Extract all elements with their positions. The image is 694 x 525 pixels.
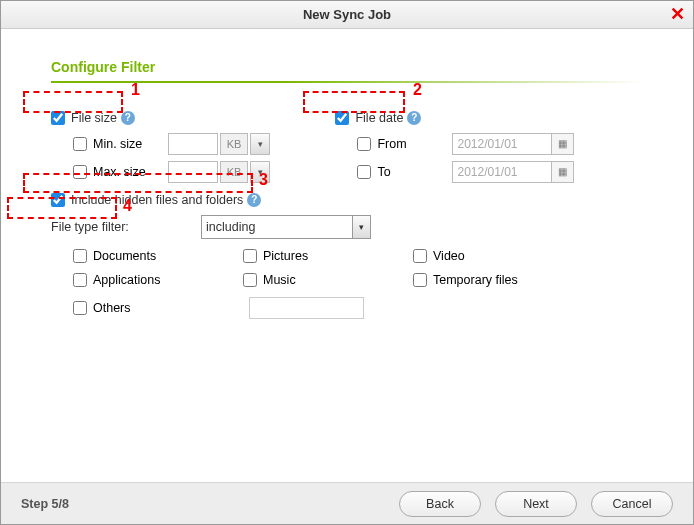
min-size-unit-dropdown[interactable]: ▾ bbox=[250, 133, 270, 155]
chevron-down-icon: ▾ bbox=[352, 216, 370, 238]
callout-box-1 bbox=[23, 91, 123, 113]
max-size-input[interactable] bbox=[168, 161, 218, 183]
callout-number-3: 3 bbox=[259, 171, 268, 189]
from-label: From bbox=[377, 137, 452, 151]
content-area: Configure Filter File size ? Min. size K… bbox=[1, 29, 693, 319]
file-size-checkbox[interactable] bbox=[51, 111, 65, 125]
file-type-filter-label: File type filter: bbox=[51, 220, 201, 234]
temporary-label: Temporary files bbox=[433, 273, 518, 287]
min-size-checkbox[interactable] bbox=[73, 137, 87, 151]
others-label: Others bbox=[93, 301, 131, 315]
file-date-checkbox[interactable] bbox=[335, 111, 349, 125]
callout-number-4: 4 bbox=[123, 197, 132, 215]
step-indicator: Step 5/8 bbox=[21, 497, 69, 511]
video-label: Video bbox=[433, 249, 465, 263]
max-size-unit: KB bbox=[220, 161, 248, 183]
to-date-input[interactable] bbox=[452, 161, 552, 183]
close-icon[interactable]: ✕ bbox=[670, 5, 685, 23]
to-label: To bbox=[377, 165, 452, 179]
file-type-filter-select[interactable]: including ▾ bbox=[201, 215, 371, 239]
help-icon[interactable]: ? bbox=[121, 111, 135, 125]
max-size-checkbox[interactable] bbox=[73, 165, 87, 179]
include-hidden-checkbox[interactable] bbox=[51, 193, 65, 207]
documents-checkbox[interactable] bbox=[73, 249, 87, 263]
to-checkbox[interactable] bbox=[357, 165, 371, 179]
applications-label: Applications bbox=[93, 273, 160, 287]
filter-top-row: File size ? Min. size KB ▾ Max. size KB … bbox=[51, 111, 643, 189]
next-button[interactable]: Next bbox=[495, 491, 577, 517]
applications-checkbox[interactable] bbox=[73, 273, 87, 287]
callout-number-2: 2 bbox=[413, 81, 422, 99]
window-title: New Sync Job bbox=[303, 7, 391, 22]
min-size-input[interactable] bbox=[168, 133, 218, 155]
min-size-unit: KB bbox=[220, 133, 248, 155]
temporary-checkbox[interactable] bbox=[413, 273, 427, 287]
music-checkbox[interactable] bbox=[243, 273, 257, 287]
help-icon[interactable]: ? bbox=[407, 111, 421, 125]
music-label: Music bbox=[263, 273, 296, 287]
max-size-label: Max. size bbox=[93, 165, 168, 179]
documents-label: Documents bbox=[93, 249, 156, 263]
callout-box-2 bbox=[303, 91, 405, 113]
footer-bar: Step 5/8 Back Next Cancel bbox=[1, 482, 693, 524]
video-checkbox[interactable] bbox=[413, 249, 427, 263]
file-type-filter-value: including bbox=[206, 220, 255, 234]
section-title: Configure Filter bbox=[51, 59, 643, 75]
min-size-label: Min. size bbox=[93, 137, 168, 151]
title-bar: New Sync Job ✕ bbox=[1, 1, 693, 29]
to-date-picker-icon[interactable]: ▦ bbox=[552, 161, 574, 183]
file-date-label: File date bbox=[355, 111, 403, 125]
callout-number-1: 1 bbox=[131, 81, 140, 99]
cancel-button[interactable]: Cancel bbox=[591, 491, 673, 517]
from-checkbox[interactable] bbox=[357, 137, 371, 151]
include-hidden-label: Include hidden files and folders bbox=[71, 193, 243, 207]
from-date-picker-icon[interactable]: ▦ bbox=[552, 133, 574, 155]
others-input[interactable] bbox=[249, 297, 364, 319]
help-icon[interactable]: ? bbox=[247, 193, 261, 207]
from-date-input[interactable] bbox=[452, 133, 552, 155]
file-type-grid: Documents Pictures Video Applications Mu… bbox=[73, 249, 643, 319]
others-checkbox[interactable] bbox=[73, 301, 87, 315]
pictures-label: Pictures bbox=[263, 249, 308, 263]
pictures-checkbox[interactable] bbox=[243, 249, 257, 263]
back-button[interactable]: Back bbox=[399, 491, 481, 517]
file-size-label: File size bbox=[71, 111, 117, 125]
